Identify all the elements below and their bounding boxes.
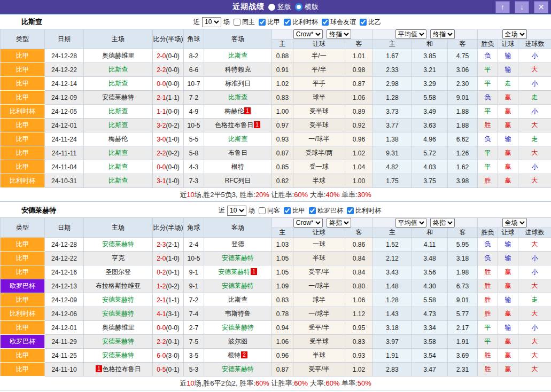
final-odds-select-2[interactable]: 终指: [430, 218, 455, 228]
handicap-home-odds: 0.78: [272, 307, 293, 321]
fulltime-score: 6-0: [157, 352, 166, 359]
avg-draw-odds: 3.49: [412, 105, 448, 119]
match-score: 2-3(2-1): [153, 238, 184, 252]
match-date: 24-11-25: [45, 349, 84, 363]
result-outcome: 胜: [478, 119, 498, 132]
summary-segment: 10: [187, 379, 194, 387]
matches-table-team1: 类型 日期 主场 比分(半场) 角球 客场 Crow* 终指 平均值 终指 全场…: [0, 29, 551, 188]
average-select[interactable]: 平均值: [395, 29, 426, 39]
league-checkbox[interactable]: [309, 207, 316, 214]
bookmaker-select[interactable]: Crow*: [293, 218, 323, 228]
scope-select[interactable]: 全场: [502, 218, 527, 228]
filter-games-label: 场: [249, 206, 255, 215]
same-venue-checkbox[interactable]: [259, 207, 266, 214]
match-date: 24-11-04: [45, 160, 84, 174]
away-team: 安德莱赫特1: [204, 265, 272, 279]
handicap-away-odds: 0.84: [345, 265, 373, 279]
goal-badge: 2: [241, 351, 247, 358]
move-up-button[interactable]: ↑: [495, 1, 510, 13]
league-checkbox[interactable]: [347, 207, 354, 214]
checkbox-label: 欧罗巴杯: [317, 206, 343, 215]
column-header-win-lose: 胜负: [478, 40, 498, 49]
match-type: 比利时杯: [1, 307, 45, 321]
corner-score: 7-3: [184, 174, 204, 188]
avg-home-odds: 1.91: [373, 349, 412, 363]
corner-score: 10-5: [184, 119, 204, 132]
column-header-home-odds: 主: [272, 228, 293, 238]
match-type: 比甲: [1, 160, 45, 174]
match-type: 比甲: [1, 321, 45, 335]
final-odds-select-1[interactable]: 终指: [327, 218, 351, 228]
move-down-button[interactable]: ↓: [515, 1, 529, 13]
league-checkbox[interactable]: [284, 207, 291, 214]
matches-count-select[interactable]: 10: [227, 206, 246, 216]
result-handicap: 输: [498, 321, 518, 335]
average-select[interactable]: 平均值: [395, 218, 426, 228]
final-odds-select-1[interactable]: 终指: [327, 29, 351, 39]
layout-radio-vertical[interactable]: 竖版: [268, 2, 291, 12]
handicap-away-odds: 0.98: [345, 63, 373, 77]
match-score: 0-0(0-0): [153, 77, 184, 91]
team-label: 安德莱赫特: [102, 351, 134, 359]
match-row: 比利时杯24-12-05比斯查1-1(0-0)4-9梅赫伦11.00受半球0.8…: [1, 105, 551, 119]
match-type: 比甲: [1, 293, 45, 307]
column-header-away: 客场: [204, 218, 272, 238]
bookmaker-select[interactable]: Crow*: [293, 29, 323, 39]
layout-radio-horizontal[interactable]: 横版: [295, 2, 319, 12]
result-outcome: 胜: [478, 307, 498, 321]
team-label: 圣图尔登: [105, 268, 131, 276]
league-checkbox[interactable]: [284, 19, 291, 26]
handicap-home-odds: 0.88: [272, 49, 293, 63]
match-type: 比甲: [1, 349, 45, 363]
avg-home-odds: 3.97: [373, 335, 412, 349]
column-header-type: 类型: [1, 218, 45, 238]
handicap-line: 受平/半: [293, 321, 345, 335]
column-header-score: 比分(半场): [153, 29, 184, 49]
halftime-score: (1-0): [166, 177, 180, 185]
match-score: 3-2(0-2): [153, 119, 184, 132]
radio-horizontal-label: 横版: [305, 2, 319, 12]
league-checkbox[interactable]: [259, 19, 266, 26]
avg-away-odds: 6.62: [448, 132, 478, 146]
result-goals: 走: [518, 293, 551, 307]
away-team: 比斯查: [204, 49, 272, 63]
match-date: 24-12-22: [45, 252, 84, 265]
result-goals: 大: [518, 119, 551, 132]
team-name: 比斯查: [21, 17, 42, 27]
halftime-score: (0-2): [166, 122, 180, 129]
match-type: 比甲: [1, 91, 45, 105]
match-row: 比甲24-12-22比斯查2-2(0-0)6-6科特赖克0.91平/半0.982…: [1, 63, 551, 77]
handicap-line: 一/球半: [293, 132, 345, 146]
radio-vertical-label: 竖版: [277, 2, 291, 12]
match-row: 欧罗巴杯24-12-13布拉格斯拉维亚1-2(0-2)9-1安德莱赫特1.09一…: [1, 279, 551, 293]
final-odds-select-2[interactable]: 终指: [430, 29, 455, 39]
column-header-home-odds: 主: [272, 40, 293, 49]
close-button[interactable]: ✕: [534, 1, 548, 13]
result-goals: 小: [518, 77, 551, 91]
result-handicap: 赢: [498, 279, 518, 293]
same-venue-checkbox[interactable]: [234, 19, 240, 26]
league-checkbox[interactable]: [322, 19, 329, 26]
result-outcome: 平: [478, 160, 498, 174]
handicap-away-odds: 1.00: [345, 174, 373, 188]
matches-count-select[interactable]: 10: [202, 17, 221, 27]
checkbox-label: 球会友谊: [330, 18, 356, 27]
league-checkbox[interactable]: [360, 19, 367, 26]
summary-segment: 让胜率:: [269, 191, 294, 199]
scope-select[interactable]: 全场: [502, 29, 527, 39]
column-header-date: 日期: [45, 218, 84, 238]
avg-home-odds: 9.31: [373, 146, 412, 160]
radio-unselected-icon[interactable]: [295, 3, 302, 11]
halftime-score: (0-0): [166, 108, 180, 115]
summary-segment: 40%: [325, 191, 339, 199]
column-header-home: 主场: [84, 29, 153, 49]
home-team: 安德莱赫特: [84, 293, 153, 307]
away-team: 比斯查: [204, 293, 272, 307]
avg-draw-odds: 4.03: [412, 160, 448, 174]
summary-segment: 近: [180, 379, 187, 387]
match-filter: 近10场同主比甲比利时杯球会友谊比乙: [193, 17, 381, 27]
radio-selected-icon[interactable]: [268, 4, 275, 11]
home-team: 比斯查: [84, 146, 153, 160]
team-label: 安德莱赫特: [218, 268, 250, 276]
handicap-line: 一/球半: [293, 307, 345, 321]
